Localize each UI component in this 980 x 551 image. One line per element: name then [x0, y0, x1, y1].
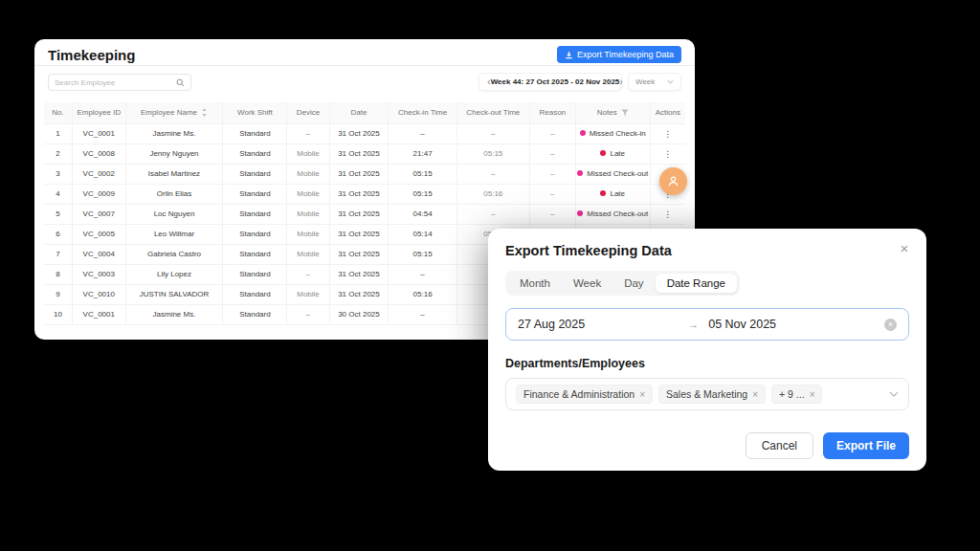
note-label: Missed Check-in — [590, 129, 646, 138]
table-header-row: No. Employee ID Employee Name Work — [44, 102, 685, 123]
col-no: No. — [44, 102, 72, 123]
cancel-button[interactable]: Cancel — [746, 432, 813, 459]
col-reason: Reason — [529, 102, 575, 123]
note-label: Late — [610, 149, 625, 158]
departments-multiselect[interactable]: Finance & Administration × Sales & Marke… — [505, 378, 909, 410]
floating-user-button[interactable] — [659, 167, 687, 195]
chevron-down-icon[interactable] — [889, 391, 899, 397]
col-checkout: Check-out Time — [457, 102, 529, 123]
col-employee-id: Employee ID — [72, 102, 125, 123]
tab-month[interactable]: Month — [508, 274, 562, 293]
remove-tag-icon[interactable]: × — [752, 389, 758, 400]
dialog-title: Export Timekeeping Data — [505, 243, 909, 258]
search-box[interactable] — [48, 74, 191, 91]
note-status-dot — [580, 130, 586, 136]
col-notes[interactable]: Notes — [575, 102, 650, 123]
date-from-value[interactable]: 27 Aug 2025 — [518, 318, 688, 331]
col-work-shift: Work Shift — [223, 102, 287, 123]
departments-label: Departments/Employees — [505, 357, 909, 370]
remove-tag-icon[interactable]: × — [639, 389, 645, 400]
range-arrow-icon: → — [688, 319, 699, 330]
tag-more-count: + 9 ... × — [771, 385, 822, 404]
period-dropdown[interactable]: Week — [628, 73, 681, 91]
col-checkin: Check-in Time — [389, 102, 457, 123]
export-button-label: Export Timekeeping Data — [577, 50, 674, 59]
note-status-dot — [600, 150, 606, 156]
tag-sales-marketing: Sales & Marketing × — [658, 385, 766, 404]
note-status-dot — [577, 210, 583, 216]
date-range-input[interactable]: 27 Aug 2025 → 05 Nov 2025 × — [505, 308, 909, 341]
next-week-arrow[interactable]: › — [619, 77, 623, 87]
row-actions-kebab-icon[interactable]: ⋮ — [663, 209, 672, 219]
row-actions-kebab-icon[interactable]: ⋮ — [663, 129, 672, 139]
remove-tag-icon[interactable]: × — [810, 389, 815, 400]
week-range-label: Week 44: 27 Oct 2025 - 02 Nov 2025 — [491, 77, 620, 86]
table-row: 4 VC_0009 Orlin Elias Standard Mobile 31… — [44, 184, 685, 204]
date-to-value[interactable]: 05 Nov 2025 — [708, 318, 884, 331]
download-icon — [565, 51, 573, 59]
col-date: Date — [329, 102, 389, 123]
note-status-dot — [577, 170, 583, 176]
table-row: 2 VC_0008 Jenny Nguyen Standard Mobile 3… — [44, 143, 685, 164]
note-status-dot — [600, 190, 606, 196]
period-selected-value: Week — [635, 77, 655, 86]
col-actions: Actions — [650, 102, 685, 123]
export-timekeeping-button[interactable]: Export Timekeeping Data — [557, 46, 681, 63]
clear-date-icon[interactable]: × — [884, 319, 897, 331]
tab-week[interactable]: Week — [562, 274, 612, 293]
export-period-tabs: Month Week Day Date Range — [505, 271, 740, 296]
search-input[interactable] — [55, 78, 176, 87]
table-row: 1 VC_0001 Jasmine Ms. Standard – 31 Oct … — [44, 123, 685, 143]
tab-date-range[interactable]: Date Range — [656, 274, 737, 293]
toolbar: ‹ Week 44: 27 Oct 2025 - 02 Nov 2025 › W… — [34, 66, 695, 99]
person-icon — [667, 175, 679, 187]
tag-finance-administration: Finance & Administration × — [516, 385, 653, 404]
chevron-down-icon — [667, 79, 674, 84]
col-employee-name[interactable]: Employee Name — [125, 102, 223, 123]
row-actions-kebab-icon[interactable]: ⋮ — [663, 149, 672, 159]
col-device: Device — [287, 102, 329, 123]
tab-day[interactable]: Day — [612, 274, 655, 293]
export-file-button[interactable]: Export File — [823, 432, 909, 459]
export-dialog: Export Timekeeping Data × Month Week Day… — [488, 229, 926, 471]
title-bar: Timekeeping Export Timekeeping Data — [34, 39, 695, 66]
search-icon — [176, 78, 185, 87]
note-label: Missed Check-out — [587, 209, 648, 218]
week-navigator: ‹ Week 44: 27 Oct 2025 - 02 Nov 2025 › — [479, 73, 622, 91]
filter-icon[interactable] — [621, 109, 629, 117]
table-row: 5 VC_0007 Loc Nguyen Standard Mobile 31 … — [44, 204, 685, 224]
close-icon[interactable]: × — [896, 240, 913, 257]
sort-icon[interactable] — [201, 108, 208, 117]
note-label: Late — [610, 189, 625, 198]
note-label: Missed Check-out — [587, 169, 648, 178]
table-row: 3 VC_0002 Isabel Martinez Standard Mobil… — [44, 164, 685, 184]
dialog-footer: Cancel Export File — [746, 432, 909, 459]
page-title: Timekeeping — [48, 47, 135, 63]
